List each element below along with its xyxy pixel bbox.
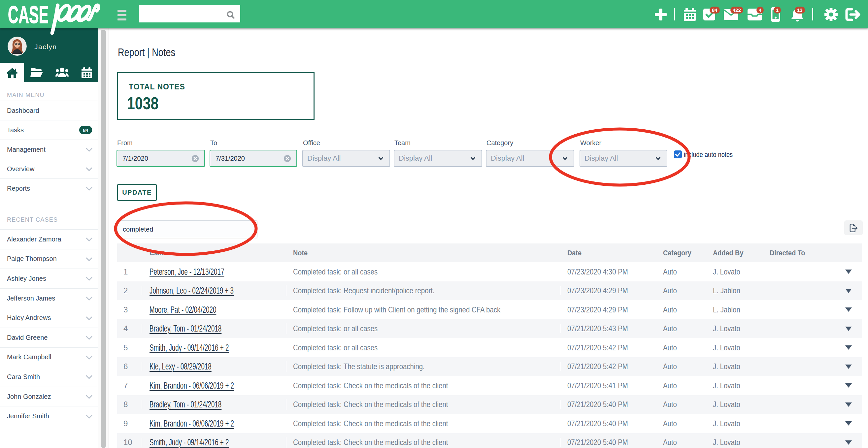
svg-text:CASE: CASE <box>8 1 49 28</box>
